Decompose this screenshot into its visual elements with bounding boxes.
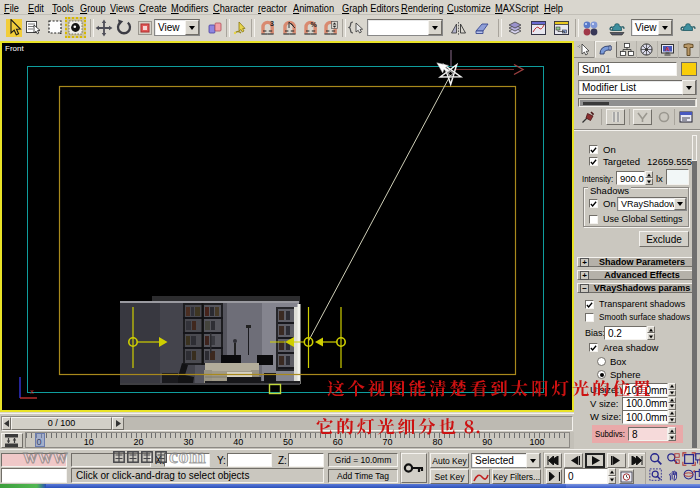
zoom-extents-all-tool[interactable] — [694, 452, 700, 468]
spin-up-icon[interactable] — [608, 468, 616, 476]
x-coord-field[interactable] — [164, 453, 210, 467]
smooth-surface-shadows-checkbox[interactable] — [585, 313, 594, 322]
viewport-label[interactable]: Front — [5, 44, 24, 53]
configure-modifier-sets-button[interactable] — [679, 110, 694, 126]
reference-coordsys-dropdown[interactable]: View — [154, 19, 200, 36]
time-slider[interactable]: 0 / 100 — [0, 413, 574, 432]
select-and-move[interactable] — [94, 18, 114, 38]
make-unique-button-disabled[interactable] — [633, 109, 652, 125]
percent-snap-toggle[interactable]: % — [300, 18, 320, 38]
track-bar[interactable]: 0102030405060708090100 — [0, 432, 574, 449]
pin-stack-button[interactable] — [580, 110, 597, 127]
menu-animation[interactable]: Animation — [293, 2, 334, 14]
snaps-toggle-3d[interactable]: 3 — [257, 18, 277, 38]
key-mode-toggle[interactable] — [546, 469, 562, 484]
go-to-end-button[interactable] — [628, 453, 646, 468]
min-max-toggle[interactable] — [694, 468, 700, 484]
exclude-button[interactable]: Exclude — [639, 231, 689, 247]
selection-set-dropdown[interactable]: Selected — [471, 453, 541, 468]
panel-scrollbar-thumb[interactable] — [692, 135, 697, 161]
menu-modifiers[interactable]: Modifiers — [171, 2, 208, 14]
dropdown-button[interactable] — [682, 80, 696, 95]
object-name-field[interactable]: Sun01 — [578, 62, 677, 76]
z-coord-field[interactable] — [288, 453, 324, 467]
windows-taskbar[interactable] — [0, 484, 700, 488]
rollout-vrayshadows-params[interactable]: −VRayShadows params — [577, 283, 694, 293]
rollout-advanced-effects[interactable]: +Advanced Effects — [577, 270, 694, 280]
menu-tools[interactable]: Tools — [52, 2, 74, 14]
selection-lock-toggle[interactable] — [401, 453, 427, 483]
show-end-result-button[interactable] — [606, 109, 625, 125]
bias-spinner[interactable] — [647, 326, 655, 340]
select-and-scale[interactable] — [135, 18, 155, 38]
remove-modifier-button-disabled[interactable] — [657, 110, 672, 126]
set-key-button[interactable]: Set Key — [430, 469, 469, 484]
tab-utilities[interactable] — [679, 41, 700, 58]
tab-modify[interactable] — [595, 41, 617, 58]
subdivs-field[interactable]: 8 — [628, 427, 668, 441]
render-type-dropdown[interactable]: View — [631, 19, 673, 36]
current-frame-field[interactable]: 0 — [564, 468, 608, 484]
render-scene-dialog[interactable] — [607, 18, 627, 38]
modifier-stack-entry[interactable] — [580, 100, 695, 106]
dropdown-button[interactable] — [428, 20, 442, 35]
time-slider-next-button[interactable] — [112, 417, 124, 430]
spin-down-icon[interactable] — [608, 476, 616, 484]
subdivs-spinner[interactable] — [668, 427, 676, 441]
maxscript-listener-macro[interactable] — [1, 453, 67, 467]
time-slider-handle[interactable]: 0 / 100 — [11, 417, 112, 430]
named-selection-dropdown[interactable] — [367, 19, 443, 36]
zoom-all-tool[interactable] — [666, 452, 680, 468]
key-filters-button[interactable]: Key Filters... — [492, 469, 541, 484]
viewport-scene[interactable]: x — [2, 43, 572, 410]
menu-customize[interactable]: Customize — [447, 2, 491, 14]
spin-down-icon[interactable] — [668, 434, 676, 441]
menu-reactor[interactable]: reactor — [258, 2, 287, 14]
v-size-spinner[interactable] — [668, 397, 676, 410]
spin-down-icon[interactable] — [668, 403, 676, 410]
bias-field[interactable]: 0.2 — [604, 326, 647, 340]
frame-spinner[interactable] — [608, 468, 616, 484]
transparent-shadows-checkbox[interactable] — [585, 300, 594, 309]
pan-tool[interactable] — [666, 468, 680, 484]
maxscript-listener-input[interactable] — [1, 468, 67, 483]
panel-scrollbar[interactable] — [692, 135, 697, 448]
layer-manager[interactable] — [505, 18, 525, 38]
dropdown-button[interactable] — [674, 198, 686, 210]
quick-render[interactable] — [678, 18, 698, 38]
menu-help[interactable]: Help — [544, 2, 563, 14]
select-and-manipulate[interactable] — [230, 18, 250, 38]
use-pivot-point-center[interactable] — [205, 18, 225, 38]
light-color-swatch[interactable] — [666, 169, 689, 185]
auto-key-button[interactable]: Auto Key — [430, 453, 469, 468]
edit-named-selection-sets[interactable] — [346, 18, 366, 38]
angle-snap-toggle[interactable] — [279, 18, 299, 38]
shadow-type-dropdown[interactable]: VRayShadow — [617, 197, 687, 211]
track-bar-ruler[interactable]: 0102030405060708090100 — [25, 432, 570, 448]
u-size-field[interactable]: 100.0mm — [622, 383, 668, 397]
menu-create[interactable]: Create — [139, 2, 167, 14]
w-size-field[interactable]: 100.0mm — [622, 410, 668, 424]
w-size-spinner[interactable] — [668, 410, 676, 423]
region-zoom-tool[interactable] — [649, 468, 663, 484]
u-size-spinner[interactable] — [668, 383, 676, 396]
zoom-tool[interactable] — [649, 452, 663, 468]
align[interactable] — [472, 18, 492, 38]
spinner-snap-toggle[interactable] — [320, 18, 340, 38]
rollout-expand-icon[interactable]: + — [580, 271, 589, 280]
on-checkbox[interactable] — [589, 145, 598, 154]
viewport-canvas[interactable]: x Front — [2, 43, 572, 410]
start-button[interactable] — [0, 484, 46, 488]
dropdown-button[interactable] — [658, 20, 672, 35]
next-frame-button[interactable] — [607, 453, 626, 468]
building-model[interactable] — [120, 296, 301, 385]
tab-hierarchy[interactable] — [617, 41, 638, 58]
box-radio[interactable] — [597, 357, 606, 366]
play-animation-button[interactable] — [585, 453, 605, 468]
window-crossing-toggle[interactable] — [65, 17, 86, 38]
go-to-start-button[interactable] — [544, 453, 562, 468]
menu-group[interactable]: Group — [80, 2, 106, 14]
v-size-field[interactable]: 100.0mm — [622, 397, 668, 411]
spin-up-icon[interactable] — [645, 171, 653, 178]
tab-display[interactable]: A — [658, 41, 679, 58]
